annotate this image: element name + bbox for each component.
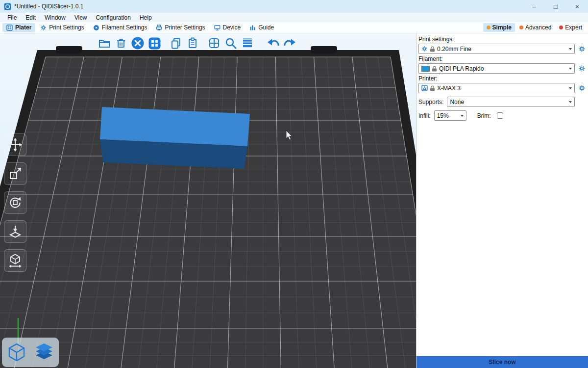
copy-button[interactable]	[168, 35, 184, 52]
filament-select[interactable]: QIDI PLA Rapido	[418, 63, 575, 74]
menu-help[interactable]: Help	[135, 14, 156, 21]
qidislicer-window: *Untitled - QIDISlicer-1.0.1 – □ × File …	[0, 0, 588, 368]
filament-color-swatch	[421, 66, 430, 72]
tab-printer-settings[interactable]: Printer Settings	[152, 23, 209, 32]
tab-device[interactable]: Device	[210, 23, 245, 32]
rotate-tool-button[interactable]	[4, 191, 26, 214]
menu-view[interactable]: View	[70, 14, 92, 21]
arrange-icon	[148, 37, 161, 50]
gear-icon	[578, 45, 586, 53]
layer-height-button[interactable]	[239, 35, 256, 52]
mode-simple[interactable]: Simple	[483, 23, 515, 32]
filament-gear-button[interactable]	[577, 65, 586, 72]
3d-cube-icon	[6, 342, 27, 363]
supports-select[interactable]: None	[447, 97, 575, 107]
mode-label: Simple	[492, 24, 512, 31]
search-icon	[224, 37, 237, 50]
cut-icon	[8, 253, 23, 268]
mode-expert[interactable]: Expert	[556, 23, 586, 32]
print-settings-select[interactable]: 0.20mm Fine	[418, 44, 575, 54]
simple-mode-dot-icon	[487, 26, 490, 29]
menubar: File Edit Window View Configuration Help	[0, 13, 588, 22]
menu-file[interactable]: File	[3, 14, 21, 21]
split-button[interactable]	[206, 35, 222, 52]
open-button[interactable]	[96, 35, 113, 52]
delete-button[interactable]	[113, 35, 129, 52]
variable-layer-height-icon	[241, 37, 254, 50]
mode-label: Expert	[565, 24, 582, 31]
printer-icon	[156, 25, 162, 31]
tab-print-settings[interactable]: Print Settings	[36, 23, 88, 32]
app-icon	[4, 3, 11, 10]
layers-icon	[33, 342, 55, 363]
arrange-button[interactable]	[146, 35, 163, 52]
printer-select[interactable]: X-MAX 3	[418, 83, 575, 93]
titlebar: *Untitled - QIDISlicer-1.0.1 – □ ×	[0, 0, 588, 13]
close-button[interactable]: ×	[566, 0, 588, 13]
advanced-mode-dot-icon	[519, 26, 523, 29]
main-area: Print settings: 0.20mm Fine Filament:	[0, 33, 588, 368]
layers-view-button[interactable]	[31, 340, 57, 365]
tab-label: Guide	[258, 24, 274, 31]
menu-edit[interactable]: Edit	[21, 14, 40, 21]
plate-clip-left	[56, 46, 82, 53]
chevron-down-icon	[569, 68, 572, 70]
tab-filament-settings[interactable]: Filament Settings	[89, 23, 151, 32]
undo-button[interactable]	[265, 35, 281, 52]
model-object[interactable]	[100, 107, 250, 169]
view-switcher	[2, 338, 59, 367]
trash-icon	[115, 37, 127, 50]
tab-label: Filament Settings	[102, 24, 147, 31]
chevron-down-icon	[569, 48, 572, 50]
rotate-icon	[8, 195, 23, 210]
gear-icon	[578, 84, 586, 92]
lock-icon	[430, 85, 435, 91]
delete-all-button[interactable]	[129, 35, 146, 52]
copy-icon	[170, 37, 182, 50]
slice-now-button[interactable]: Slice now	[416, 356, 588, 368]
scale-tool-button[interactable]	[4, 162, 26, 185]
plate-clip-right	[311, 46, 337, 53]
brim-checkbox[interactable]	[497, 112, 503, 119]
cut-tool-button[interactable]	[4, 249, 26, 272]
place-on-face-icon	[8, 224, 23, 239]
paste-button[interactable]	[184, 35, 201, 52]
tab-label: Plater	[15, 24, 31, 31]
lock-icon	[432, 66, 437, 72]
tab-guide[interactable]: Guide	[245, 23, 278, 32]
mode-advanced[interactable]: Advanced	[516, 23, 555, 32]
print-settings-gear-button[interactable]	[577, 45, 586, 53]
place-on-face-tool-button[interactable]	[4, 220, 26, 243]
tab-label: Device	[223, 24, 241, 31]
infill-value: 15%	[437, 112, 458, 119]
supports-value: None	[450, 99, 566, 105]
redo-button[interactable]	[281, 35, 298, 52]
chevron-down-icon	[461, 115, 464, 117]
brim-label: Brim:	[477, 112, 491, 119]
filament-label: Filament:	[418, 55, 586, 62]
guide-icon	[249, 25, 256, 31]
mode-label: Advanced	[525, 24, 551, 31]
maximize-button[interactable]: □	[545, 0, 566, 13]
gizmo-toolbar	[4, 133, 26, 272]
filament-row: QIDI PLA Rapido	[418, 63, 586, 74]
infill-select[interactable]: 15%	[434, 110, 466, 121]
tab-plater[interactable]: Plater	[2, 23, 35, 32]
search-button[interactable]	[222, 35, 239, 52]
device-icon	[214, 25, 220, 31]
3d-view-button[interactable]	[4, 340, 29, 365]
print-settings-label: Print settings:	[418, 36, 586, 43]
build-plate-surface	[0, 57, 416, 368]
expert-mode-dot-icon	[559, 26, 563, 29]
print-settings-value: 0.20mm Fine	[437, 46, 566, 53]
menu-window[interactable]: Window	[40, 14, 70, 21]
viewport-3d[interactable]	[0, 33, 416, 368]
printer-value: X-MAX 3	[437, 85, 566, 92]
gear-icon	[40, 25, 47, 31]
print-settings-row: 0.20mm Fine	[418, 44, 586, 54]
infill-label: Infill:	[418, 112, 431, 119]
printer-gear-button[interactable]	[577, 84, 586, 92]
menu-configuration[interactable]: Configuration	[92, 14, 135, 21]
move-tool-button[interactable]	[4, 133, 26, 156]
minimize-button[interactable]: –	[523, 0, 545, 13]
